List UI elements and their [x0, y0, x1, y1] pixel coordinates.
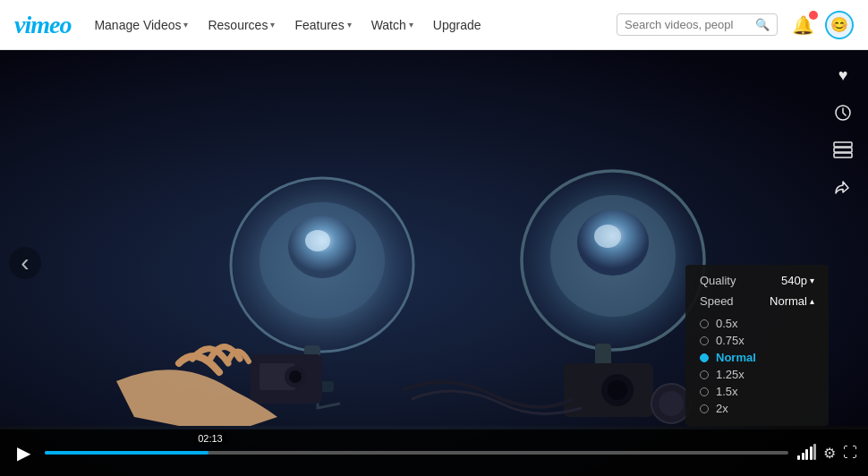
- chevron-icon: ▾: [347, 20, 352, 30]
- volume-icon[interactable]: [797, 446, 816, 460]
- watchlater-button[interactable]: [829, 98, 857, 127]
- chevron-icon: ▾: [183, 20, 188, 30]
- search-icon: 🔍: [755, 18, 770, 31]
- svg-point-21: [608, 380, 627, 400]
- search-input[interactable]: [625, 18, 750, 31]
- settings-icon[interactable]: ⚙: [823, 445, 836, 462]
- svg-point-4: [305, 230, 330, 251]
- speed-option-normal[interactable]: Normal: [700, 349, 814, 366]
- svg-point-23: [659, 391, 684, 416]
- nav-watch[interactable]: Watch ▾: [362, 14, 422, 36]
- controls-bar: ▶ 02:13 ⚙ ⛶: [0, 429, 868, 476]
- share-button[interactable]: [829, 174, 857, 202]
- quality-value[interactable]: 540p ▾: [781, 274, 814, 287]
- main-header: vimeo Manage Videos ▾ Resources ▾ Featur…: [0, 0, 868, 50]
- svg-rect-25: [834, 153, 852, 157]
- chevron-up-icon: ▴: [810, 296, 814, 306]
- nav-upgrade[interactable]: Upgrade: [424, 14, 490, 36]
- nav-manage-videos[interactable]: Manage Videos ▾: [85, 14, 197, 36]
- radio-2x: [700, 404, 709, 413]
- previous-button[interactable]: ‹: [9, 247, 41, 279]
- speed-option-1.25x[interactable]: 1.25x: [700, 366, 814, 383]
- speed-options: 0.5x 0.75x Normal 1.25x 1.5x 2x: [700, 315, 814, 417]
- radio-1.5x: [700, 387, 709, 396]
- speed-option-2x[interactable]: 2x: [700, 400, 814, 417]
- time-tooltip: 02:13: [193, 431, 227, 446]
- radio-1.25x: [700, 370, 709, 379]
- radio-0.5x: [700, 319, 709, 328]
- nav-features[interactable]: Features ▾: [285, 14, 360, 36]
- chevron-down-icon: ▾: [810, 276, 814, 285]
- progress-fill: [45, 451, 208, 455]
- radio-normal: [700, 353, 709, 362]
- user-avatar[interactable]: 😊: [825, 11, 854, 39]
- svg-rect-27: [834, 142, 852, 147]
- collections-button[interactable]: [829, 136, 857, 165]
- nav-resources[interactable]: Resources ▾: [199, 14, 284, 36]
- like-button[interactable]: ♥: [829, 61, 857, 89]
- speed-label: Speed: [700, 294, 734, 308]
- svg-point-11: [289, 370, 302, 383]
- speed-row: Speed Normal ▴: [700, 294, 814, 308]
- search-box: 🔍: [617, 13, 778, 36]
- chevron-icon: ▾: [409, 20, 413, 30]
- play-button[interactable]: ▶: [11, 440, 36, 465]
- controls-right: ⚙ ⛶: [797, 445, 857, 462]
- side-action-icons: ♥: [829, 61, 857, 202]
- radio-0.75x: [700, 336, 709, 345]
- fullscreen-icon[interactable]: ⛶: [843, 445, 857, 461]
- speed-value[interactable]: Normal ▴: [770, 294, 814, 308]
- video-player[interactable]: ‹ ♥ Quality 540p ▾ Speed Normal ▴: [0, 50, 868, 476]
- notifications-button[interactable]: 🔔: [792, 14, 814, 36]
- quality-label: Quality: [700, 274, 736, 287]
- svg-point-15: [594, 225, 621, 248]
- svg-rect-26: [834, 148, 852, 152]
- settings-panel: Quality 540p ▾ Speed Normal ▴ 0.5x 0.75x: [685, 265, 829, 426]
- main-nav: Manage Videos ▾ Resources ▾ Features ▾ W…: [85, 14, 609, 36]
- quality-row: Quality 540p ▾: [700, 274, 814, 287]
- speed-option-0.5x[interactable]: 0.5x: [700, 315, 814, 332]
- speed-option-0.75x[interactable]: 0.75x: [700, 332, 814, 349]
- speed-option-1.5x[interactable]: 1.5x: [700, 383, 814, 400]
- notification-badge: [809, 11, 818, 20]
- progress-bar[interactable]: 02:13: [45, 451, 788, 455]
- chevron-icon: ▾: [270, 20, 275, 30]
- vimeo-logo[interactable]: vimeo: [14, 11, 71, 39]
- header-icons: 🔔 😊: [792, 11, 854, 39]
